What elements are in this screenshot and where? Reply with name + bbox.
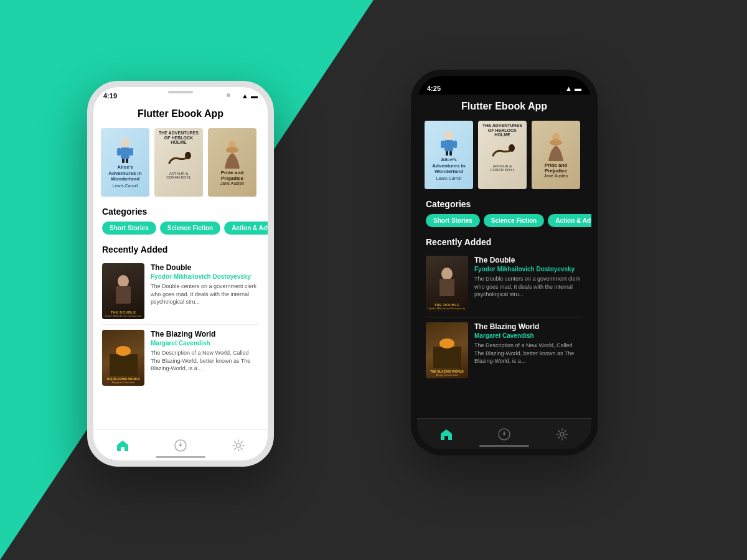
chip-sci-fi-dark[interactable]: Science Fiction [484, 214, 544, 227]
svg-point-29 [441, 268, 453, 280]
svg-point-18 [237, 444, 240, 447]
pride-author-dark: Jane Austen [544, 174, 568, 178]
svg-point-37 [560, 432, 564, 436]
svg-rect-30 [439, 279, 454, 296]
phone-light: 4:19 ▲ ▬ Flutter Ebook App [87, 81, 274, 467]
sherlock-author-dark: ARTHUR &CONAN DOYL [490, 164, 515, 172]
book-sherlock-light[interactable]: THE ADVENTURES OF HERLOCK HOLME ARTHUR &… [154, 128, 203, 197]
book-sherlock-dark[interactable]: THE ADVENTURES OF HERLOCK HOLME ARTHUR &… [478, 121, 527, 189]
notch-dark [473, 76, 535, 90]
book-info-blazing-light: The Blazing World Margaret Cavendish The… [151, 330, 259, 373]
recently-added-heading-light: Recently Added [93, 240, 268, 258]
home-bar-light [156, 456, 205, 458]
battery-icon-light: ▬ [251, 92, 258, 100]
nav-settings-dark[interactable] [555, 427, 569, 441]
phone-camera-light [227, 93, 230, 97]
svg-rect-2 [117, 148, 121, 156]
blazing-desc-dark: The Description of a New World, Called T… [474, 342, 583, 365]
settings-icon-dark [555, 427, 569, 441]
svg-rect-11 [116, 286, 131, 304]
book-alice-dark[interactable]: Alice's Adventures in Wonderland Lewis C… [425, 121, 473, 189]
blazing-svg-dark [433, 334, 461, 368]
svg-rect-22 [453, 141, 457, 148]
sherlock-pipe-dark [490, 140, 515, 162]
chip-short-stories-light[interactable]: Short Stories [102, 222, 156, 235]
svg-rect-24 [449, 151, 452, 156]
phone-speaker-light [168, 91, 193, 93]
book-list-item-blazing-light[interactable]: THE BLAZING WORLD Margaret Cavendish The… [93, 325, 268, 391]
chip-action-dark[interactable]: Action & Adventur [548, 214, 591, 227]
book-info-double-dark: The Double Fyodor Mikhailovich Dostoyevs… [474, 256, 583, 299]
compass-icon-light [174, 439, 187, 452]
svg-rect-26 [510, 144, 513, 147]
home-bar-dark [479, 445, 529, 447]
time-light: 4:19 [103, 92, 117, 100]
double-title-light: The Double [151, 263, 259, 272]
svg-marker-36 [503, 431, 505, 436]
sherlock-author-light: ARTHUR &CONAN DOYL [166, 172, 191, 179]
book-carousel-dark[interactable]: Alice's Adventures in Wonderland Lewis C… [417, 116, 591, 194]
status-bar-light: 4:19 ▲ ▬ [93, 87, 268, 102]
thumb-double-light: THE DOUBLE Fyodor Mikhailovich Dostoyevs… [102, 263, 144, 319]
wifi-icon-dark: ▲ [565, 85, 572, 92]
svg-point-19 [444, 131, 453, 141]
blazing-svg-light [110, 342, 138, 376]
svg-point-0 [121, 138, 129, 148]
book-carousel-light[interactable]: Alice's Adventures in Wonderland Lewis C… [93, 123, 268, 202]
double-desc-dark: The Double centers on a government clerk… [474, 275, 583, 299]
book-pride-dark[interactable]: Pride and Prejudice Jane Austen [532, 121, 580, 189]
alice-author-dark: Lewis Carroll [436, 176, 461, 180]
svg-rect-21 [441, 141, 444, 148]
sherlock-pipe-light [166, 147, 191, 169]
pride-figure-dark [545, 133, 567, 161]
screen-content-light: Flutter Ebook App Alice's Adventures in … [93, 102, 268, 457]
book-alice-light[interactable]: Alice's Adventures in Wonderland Lewis C… [101, 128, 149, 197]
blazing-title-light: The Blazing World [151, 330, 259, 338]
categories-chips-dark: Short Stories Science Fiction Action & A… [417, 213, 591, 232]
time-dark: 4:25 [427, 85, 441, 92]
thumb-blazing-dark: THE BLAZING WORLD Margaret Cavendish [426, 322, 468, 378]
svg-point-10 [118, 275, 129, 287]
pride-title-light: Pride and Prejudice [210, 170, 254, 181]
sherlock-title-light: THE ADVENTURES OF HERLOCK HOLME [157, 131, 200, 145]
book-pride-light[interactable]: Pride and Prejudice Jane Austen [208, 128, 256, 197]
alice-title-dark: Alice's Adventures in Wonderland [427, 157, 471, 175]
svg-rect-13 [110, 354, 138, 376]
double-author-light: Fyodor Mikhailovich Dostoyevsky [151, 273, 259, 280]
book-list-item-blazing-dark[interactable]: THE BLAZING WORLD Margaret Cavendish The… [417, 317, 591, 383]
double-desc-light: The Double centers on a government clerk… [151, 282, 259, 306]
book-info-blazing-dark: The Blazing World Margaret Cavendish The… [474, 322, 583, 365]
svg-point-14 [116, 346, 131, 356]
svg-rect-3 [129, 148, 133, 156]
svg-point-28 [550, 139, 562, 146]
nav-explore-light[interactable] [174, 439, 187, 452]
double-cover-author-dark: Fyodor Mikhailovich Dostoyevsky [428, 307, 465, 310]
thumb-blazing-light: THE BLAZING WORLD Margaret Cavendish [102, 330, 144, 386]
phone-screen-dark: 4:25 ▲ ▬ Flutter Ebook App [417, 76, 591, 449]
book-list-item-double-light[interactable]: THE DOUBLE Fyodor Mikhailovich Dostoyevs… [93, 258, 268, 324]
svg-point-9 [226, 147, 238, 153]
alice-figure-dark [439, 131, 458, 156]
alice-author-light: Lewis Carroll [113, 184, 138, 188]
chip-action-light[interactable]: Action & Adventur [224, 222, 268, 235]
nav-home-dark[interactable] [439, 427, 453, 441]
nav-home-light[interactable] [116, 439, 129, 452]
svg-marker-17 [179, 442, 182, 447]
pride-figure-light [222, 141, 243, 169]
chip-short-stories-dark[interactable]: Short Stories [426, 214, 480, 227]
settings-icon-light [232, 439, 245, 452]
chip-sci-fi-light[interactable]: Science Fiction [160, 222, 220, 235]
categories-heading-light: Categories [93, 202, 268, 220]
svg-rect-7 [187, 152, 189, 154]
nav-settings-light[interactable] [232, 439, 245, 452]
book-list-item-double-dark[interactable]: THE DOUBLE Fyodor Mikhailovich Dostoyevs… [417, 251, 591, 317]
double-author-dark: Fyodor Mikhailovich Dostoyevsky [474, 266, 583, 273]
sherlock-title-dark: THE ADVENTURES OF HERLOCK HOLME [481, 123, 524, 138]
home-icon-dark [439, 427, 453, 441]
double-svg-dark [435, 268, 459, 302]
battery-icon-dark: ▬ [575, 85, 581, 92]
svg-rect-32 [433, 347, 461, 368]
nav-explore-dark[interactable] [497, 427, 511, 441]
svg-rect-20 [444, 140, 453, 151]
recently-added-heading-dark: Recently Added [417, 232, 591, 251]
